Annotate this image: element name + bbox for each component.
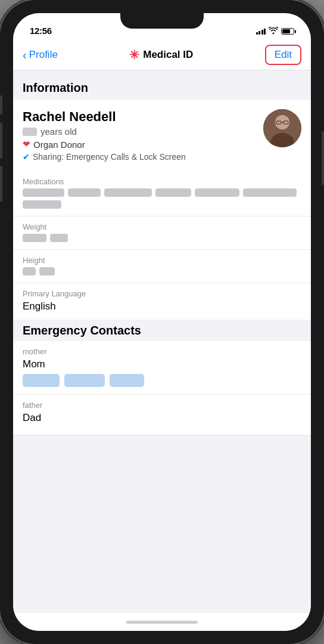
power-button[interactable] (322, 131, 324, 185)
weight-value (23, 234, 301, 242)
medical-star-icon: ✳ (129, 48, 139, 62)
medications-label: Medications (23, 177, 301, 186)
check-blue-icon: ✔ (23, 152, 30, 162)
age-suffix: years old (40, 126, 77, 137)
wifi-icon (269, 27, 278, 36)
nav-title: ✳ Medical ID (129, 48, 193, 62)
blur-pill (39, 267, 55, 275)
heart-icon: ❤ (23, 139, 30, 150)
profile-name: Rachel Needell (23, 109, 256, 125)
chevron-left-icon: ‹ (23, 49, 27, 61)
phone-frame: 12:56 (0, 0, 324, 644)
notch (120, 13, 204, 29)
home-bar (126, 621, 198, 624)
blur-pill (50, 234, 68, 242)
weight-label: Weight (23, 222, 301, 231)
father-name: Dad (23, 412, 301, 424)
language-field: Primary Language English (13, 283, 311, 320)
contact-mother-row: mother Mom (13, 341, 311, 395)
language-value: English (23, 301, 301, 312)
blur-pill (23, 200, 61, 209)
sharing-row: ✔ Sharing: Emergency Calls & Lock Screen (23, 152, 256, 162)
volume-down-button[interactable] (0, 166, 2, 202)
phone-pill (110, 374, 144, 387)
signal-icon (256, 29, 266, 35)
home-indicator[interactable] (13, 613, 311, 631)
weight-field: Weight (13, 216, 311, 250)
contacts-card: mother Mom father Dad (13, 341, 311, 435)
height-value (23, 267, 301, 275)
blur-pill (155, 188, 191, 197)
profile-card: Rachel Needell years old ❤ Organ Donor ✔… (13, 100, 311, 171)
profile-info: Rachel Needell years old ❤ Organ Donor ✔… (23, 109, 256, 162)
volume-up-button[interactable] (0, 123, 2, 159)
mother-relation: mother (23, 347, 301, 356)
blur-pill (23, 188, 64, 197)
mute-button[interactable] (0, 95, 2, 114)
page-title: Medical ID (143, 49, 193, 61)
phone-screen: 12:56 (13, 13, 311, 631)
age-redacted (23, 128, 37, 136)
fields-section: Medications Weight (13, 171, 311, 320)
height-field: Height (13, 250, 311, 283)
content-area: Information Rachel Needell years old ❤ O… (13, 70, 311, 613)
back-button[interactable]: ‹ Profile (23, 49, 58, 61)
phone-pill (64, 374, 105, 387)
battery-icon (281, 28, 294, 35)
blur-pill (195, 188, 239, 197)
emergency-contacts-header: Emergency Contacts (13, 320, 311, 341)
mother-name: Mom (23, 358, 301, 370)
edit-button[interactable]: Edit (265, 45, 301, 65)
blur-pill (23, 234, 46, 242)
blur-pill (23, 267, 36, 275)
status-time: 12:56 (30, 26, 52, 36)
status-icons (256, 27, 295, 36)
language-label: Primary Language (23, 289, 301, 298)
mother-phone (23, 374, 301, 387)
blur-pill (104, 188, 152, 197)
medications-value (23, 188, 301, 209)
blur-pill (243, 188, 297, 197)
medications-field: Medications (13, 171, 311, 216)
profile-age: years old (23, 126, 256, 137)
organ-donor-row: ❤ Organ Donor (23, 139, 256, 150)
contact-father-row: father Dad (13, 395, 311, 435)
avatar (263, 109, 301, 147)
sharing-label: Sharing: Emergency Calls & Lock Screen (33, 152, 186, 162)
blur-pill (68, 188, 101, 197)
nav-bar: ‹ Profile ✳ Medical ID Edit (13, 39, 311, 70)
avatar-image (263, 109, 301, 147)
phone-pill (23, 374, 60, 387)
information-header: Information (13, 70, 311, 100)
organ-donor-label: Organ Donor (33, 140, 85, 150)
father-relation: father (23, 401, 301, 410)
height-label: Height (23, 256, 301, 265)
back-label[interactable]: Profile (29, 49, 58, 61)
